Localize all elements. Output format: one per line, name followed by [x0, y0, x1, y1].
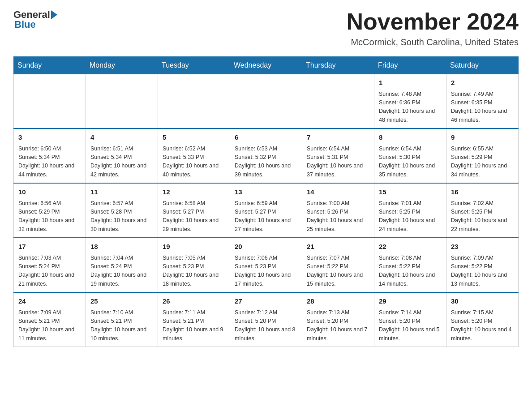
table-row: 27Sunrise: 7:12 AM Sunset: 5:20 PM Dayli… [230, 292, 302, 347]
table-row: 1Sunrise: 7:48 AM Sunset: 6:36 PM Daylig… [374, 74, 446, 129]
day-number: 6 [235, 133, 297, 143]
day-info: Sunrise: 7:14 AM Sunset: 5:20 PM Dayligh… [379, 308, 442, 343]
table-row: 22Sunrise: 7:08 AM Sunset: 5:22 PM Dayli… [374, 238, 446, 292]
day-number: 11 [90, 187, 153, 197]
day-number: 25 [90, 296, 153, 307]
header-thursday: Thursday [302, 57, 374, 74]
day-info: Sunrise: 6:54 AM Sunset: 5:31 PM Dayligh… [307, 145, 369, 180]
day-info: Sunrise: 6:54 AM Sunset: 5:30 PM Dayligh… [379, 145, 442, 180]
logo-blue-text: Blue [13, 19, 36, 30]
day-info: Sunrise: 7:13 AM Sunset: 5:20 PM Dayligh… [307, 308, 369, 343]
table-row: 4Sunrise: 6:51 AM Sunset: 5:34 PM Daylig… [86, 128, 158, 183]
day-number: 3 [18, 133, 81, 143]
day-number: 29 [379, 296, 442, 307]
day-info: Sunrise: 7:02 AM Sunset: 5:25 PM Dayligh… [451, 199, 514, 234]
table-row: 24Sunrise: 7:09 AM Sunset: 5:21 PM Dayli… [14, 292, 86, 347]
day-info: Sunrise: 7:01 AM Sunset: 5:25 PM Dayligh… [379, 199, 442, 234]
table-row: 9Sunrise: 6:55 AM Sunset: 5:29 PM Daylig… [446, 128, 519, 183]
day-number: 13 [235, 187, 297, 197]
header-friday: Friday [374, 57, 446, 74]
day-info: Sunrise: 6:57 AM Sunset: 5:28 PM Dayligh… [90, 199, 153, 234]
day-info: Sunrise: 6:52 AM Sunset: 5:33 PM Dayligh… [163, 145, 225, 180]
day-number: 30 [451, 296, 514, 307]
header-saturday: Saturday [446, 57, 519, 74]
day-info: Sunrise: 7:49 AM Sunset: 6:35 PM Dayligh… [451, 90, 514, 125]
header-wednesday: Wednesday [230, 57, 302, 74]
calendar-subtitle: McCormick, South Carolina, United States [347, 37, 519, 47]
table-row: 21Sunrise: 7:07 AM Sunset: 5:22 PM Dayli… [302, 238, 374, 292]
table-row: 18Sunrise: 7:04 AM Sunset: 5:24 PM Dayli… [86, 238, 158, 292]
table-row: 30Sunrise: 7:15 AM Sunset: 5:20 PM Dayli… [446, 292, 519, 347]
table-row: 12Sunrise: 6:58 AM Sunset: 5:27 PM Dayli… [158, 183, 230, 238]
day-number: 12 [163, 187, 225, 197]
day-info: Sunrise: 7:09 AM Sunset: 5:21 PM Dayligh… [18, 308, 81, 343]
day-number: 26 [163, 296, 225, 307]
title-area: November 2024 McCormick, South Carolina,… [347, 9, 519, 47]
day-info: Sunrise: 7:12 AM Sunset: 5:20 PM Dayligh… [235, 308, 297, 343]
week-row-4: 17Sunrise: 7:03 AM Sunset: 5:24 PM Dayli… [14, 238, 519, 292]
day-info: Sunrise: 7:48 AM Sunset: 6:36 PM Dayligh… [379, 90, 442, 125]
day-number: 24 [18, 296, 81, 307]
table-row [302, 74, 374, 129]
day-number: 10 [18, 187, 81, 197]
day-number: 18 [90, 242, 153, 252]
week-row-1: 1Sunrise: 7:48 AM Sunset: 6:36 PM Daylig… [14, 74, 519, 129]
day-info: Sunrise: 7:05 AM Sunset: 5:23 PM Dayligh… [163, 254, 225, 289]
day-info: Sunrise: 7:06 AM Sunset: 5:23 PM Dayligh… [235, 254, 297, 289]
day-number: 15 [379, 187, 442, 197]
table-row: 5Sunrise: 6:52 AM Sunset: 5:33 PM Daylig… [158, 128, 230, 183]
table-row [158, 74, 230, 129]
day-number: 1 [379, 78, 442, 88]
day-info: Sunrise: 6:55 AM Sunset: 5:29 PM Dayligh… [451, 145, 514, 180]
day-number: 19 [163, 242, 225, 252]
day-info: Sunrise: 7:03 AM Sunset: 5:24 PM Dayligh… [18, 254, 81, 289]
day-number: 4 [90, 133, 153, 143]
day-info: Sunrise: 7:15 AM Sunset: 5:20 PM Dayligh… [451, 308, 514, 343]
table-row: 2Sunrise: 7:49 AM Sunset: 6:35 PM Daylig… [446, 74, 519, 129]
table-row: 6Sunrise: 6:53 AM Sunset: 5:32 PM Daylig… [230, 128, 302, 183]
table-row: 3Sunrise: 6:50 AM Sunset: 5:34 PM Daylig… [14, 128, 86, 183]
day-number: 16 [451, 187, 514, 197]
day-info: Sunrise: 6:50 AM Sunset: 5:34 PM Dayligh… [18, 145, 81, 180]
day-info: Sunrise: 6:56 AM Sunset: 5:29 PM Dayligh… [18, 199, 81, 234]
day-info: Sunrise: 6:53 AM Sunset: 5:32 PM Dayligh… [235, 145, 297, 180]
table-row: 17Sunrise: 7:03 AM Sunset: 5:24 PM Dayli… [14, 238, 86, 292]
day-info: Sunrise: 7:09 AM Sunset: 5:22 PM Dayligh… [451, 254, 514, 289]
calendar-table: Sunday Monday Tuesday Wednesday Thursday… [13, 56, 519, 347]
table-row: 10Sunrise: 6:56 AM Sunset: 5:29 PM Dayli… [14, 183, 86, 238]
day-number: 17 [18, 242, 81, 252]
table-row: 16Sunrise: 7:02 AM Sunset: 5:25 PM Dayli… [446, 183, 519, 238]
calendar-title: November 2024 [347, 9, 519, 34]
day-info: Sunrise: 6:51 AM Sunset: 5:34 PM Dayligh… [90, 145, 153, 180]
table-row: 14Sunrise: 7:00 AM Sunset: 5:26 PM Dayli… [302, 183, 374, 238]
day-info: Sunrise: 7:08 AM Sunset: 5:22 PM Dayligh… [379, 254, 442, 289]
week-row-3: 10Sunrise: 6:56 AM Sunset: 5:29 PM Dayli… [14, 183, 519, 238]
header-monday: Monday [86, 57, 158, 74]
table-row [230, 74, 302, 129]
weekday-header-row: Sunday Monday Tuesday Wednesday Thursday… [14, 57, 519, 74]
table-row: 26Sunrise: 7:11 AM Sunset: 5:21 PM Dayli… [158, 292, 230, 347]
table-row: 28Sunrise: 7:13 AM Sunset: 5:20 PM Dayli… [302, 292, 374, 347]
day-number: 8 [379, 133, 442, 143]
day-number: 2 [451, 78, 514, 88]
day-info: Sunrise: 7:04 AM Sunset: 5:24 PM Dayligh… [90, 254, 153, 289]
day-info: Sunrise: 6:59 AM Sunset: 5:27 PM Dayligh… [235, 199, 297, 234]
table-row: 19Sunrise: 7:05 AM Sunset: 5:23 PM Dayli… [158, 238, 230, 292]
logo: General Blue [13, 9, 58, 30]
week-row-5: 24Sunrise: 7:09 AM Sunset: 5:21 PM Dayli… [14, 292, 519, 347]
day-number: 7 [307, 133, 369, 143]
day-info: Sunrise: 7:07 AM Sunset: 5:22 PM Dayligh… [307, 254, 369, 289]
day-number: 27 [235, 296, 297, 307]
logo-triangle-icon [51, 10, 57, 19]
day-number: 5 [163, 133, 225, 143]
table-row: 13Sunrise: 6:59 AM Sunset: 5:27 PM Dayli… [230, 183, 302, 238]
table-row: 20Sunrise: 7:06 AM Sunset: 5:23 PM Dayli… [230, 238, 302, 292]
table-row: 15Sunrise: 7:01 AM Sunset: 5:25 PM Dayli… [374, 183, 446, 238]
day-number: 28 [307, 296, 369, 307]
table-row: 23Sunrise: 7:09 AM Sunset: 5:22 PM Dayli… [446, 238, 519, 292]
week-row-2: 3Sunrise: 6:50 AM Sunset: 5:34 PM Daylig… [14, 128, 519, 183]
day-info: Sunrise: 7:10 AM Sunset: 5:21 PM Dayligh… [90, 308, 153, 343]
day-info: Sunrise: 7:00 AM Sunset: 5:26 PM Dayligh… [307, 199, 369, 234]
day-number: 21 [307, 242, 369, 252]
table-row: 8Sunrise: 6:54 AM Sunset: 5:30 PM Daylig… [374, 128, 446, 183]
